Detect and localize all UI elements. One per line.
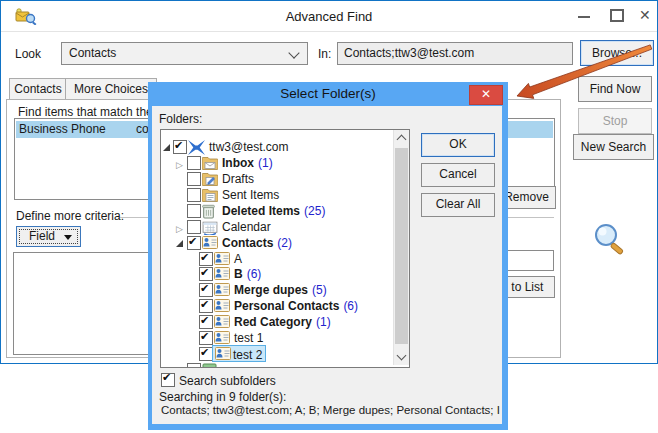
checkmark-icon: ✔: [200, 329, 209, 345]
field-button-label: Field: [29, 229, 55, 243]
cancel-button[interactable]: Cancel: [421, 163, 495, 187]
folder-checkbox[interactable]: ✔: [199, 283, 213, 297]
folder-checkbox[interactable]: [187, 156, 201, 170]
folder-checkbox[interactable]: ✔: [199, 299, 213, 313]
scrollbar[interactable]: [393, 130, 409, 365]
tree-item-inbox[interactable]: ▷Inbox(1): [161, 155, 393, 171]
folder-label: Contacts(2): [222, 235, 292, 251]
magnifier-icon: [591, 223, 631, 260]
select-folders-dialog: Select Folder(s) ✕ Folders: ✔ttw3@test.c…: [148, 82, 508, 430]
folder-label: Inbox(1): [222, 155, 273, 171]
folder-checkbox[interactable]: ✔: [187, 236, 201, 250]
tree-item-personal-contacts[interactable]: ✔Personal Contacts(6): [161, 298, 393, 314]
unread-count: (6): [343, 299, 358, 313]
tree-item-a[interactable]: ✔A: [161, 251, 393, 267]
maximize-icon: [610, 9, 624, 22]
folder-checkbox[interactable]: [187, 363, 201, 368]
folders-label: Folders:: [159, 112, 202, 126]
tree-item-red-category[interactable]: ✔Red Category(1): [161, 314, 393, 330]
folder-checkbox[interactable]: [187, 220, 201, 234]
checkmark-icon: ✔: [200, 345, 209, 361]
unread-count: (6): [247, 267, 262, 281]
folder-checkbox[interactable]: ✔: [199, 331, 213, 345]
folder-label: Merge dupes(5): [234, 282, 327, 298]
scroll-down-icon[interactable]: [397, 351, 407, 361]
checkmark-icon: ✔: [200, 297, 209, 313]
scrollbar-thumb[interactable]: [395, 148, 408, 344]
close-button[interactable]: ✕: [631, 1, 658, 30]
journal-icon: [202, 363, 217, 368]
clear-all-button[interactable]: Clear All: [421, 193, 495, 217]
folder-checkbox[interactable]: ✔: [199, 315, 213, 329]
folder-label: Red Category(1): [234, 314, 331, 330]
checkmark-icon: ✔: [200, 313, 209, 329]
searching-summary-line2: Contacts; ttw3@test.com; A; B; Merge dup…: [161, 404, 500, 416]
unread-count: (1): [258, 156, 273, 170]
folder-label: Drafts: [222, 171, 254, 187]
tree-item-partial[interactable]: [161, 362, 393, 368]
close-icon: ✕: [639, 7, 651, 23]
folder-checkbox[interactable]: [187, 188, 201, 202]
folder-label: ttw3@test.com: [209, 139, 289, 155]
chevron-down-icon: [288, 47, 299, 58]
stop-button[interactable]: Stop: [578, 108, 652, 134]
checkmark-icon: ✔: [200, 281, 209, 297]
tree-item-ttw3-test-com[interactable]: ✔ttw3@test.com: [161, 139, 393, 155]
look-label: Look: [15, 47, 41, 61]
folder-label: Calendar: [222, 219, 271, 235]
field-button[interactable]: Field: [16, 226, 81, 247]
checkmark-icon: ✔: [200, 265, 209, 281]
tree-item-contacts[interactable]: ✔Contacts(2): [161, 235, 393, 251]
folder-checkbox[interactable]: [187, 204, 201, 218]
unread-count: (2): [277, 236, 292, 250]
look-dropdown[interactable]: Contacts: [61, 42, 308, 65]
tree-item-sent-items[interactable]: Sent Items: [161, 187, 393, 203]
minimize-button[interactable]: [569, 1, 599, 30]
tree-item-merge-dupes[interactable]: ✔Merge dupes(5): [161, 282, 393, 298]
collapse-icon[interactable]: [163, 144, 170, 151]
tree-item-test-1[interactable]: ✔test 1: [161, 330, 393, 346]
dialog-title: Select Folder(s): [148, 86, 508, 101]
folder-label: Sent Items: [222, 187, 279, 203]
dialog-close-icon: ✕: [481, 87, 491, 101]
tree-item-drafts[interactable]: Drafts: [161, 171, 393, 187]
tree-item-b[interactable]: ✔B(6): [161, 266, 393, 282]
in-label: In:: [318, 47, 331, 61]
checkmark-icon: ✔: [200, 250, 209, 266]
search-subfolders-checkbox[interactable]: ✔: [161, 373, 175, 387]
maximize-button[interactable]: [601, 1, 631, 30]
folder-label: A: [234, 251, 242, 267]
folder-checkbox[interactable]: ✔: [173, 140, 187, 154]
titlebar[interactable]: Advanced Find ✕: [1, 1, 657, 32]
folder-label: Personal Contacts(6): [234, 298, 358, 314]
define-more-criteria-label: Define more criteria:: [16, 209, 124, 223]
folder-checkbox[interactable]: ✔: [199, 347, 213, 361]
annotation-arrow-icon: [498, 33, 658, 105]
folder-checkbox[interactable]: [187, 172, 201, 186]
folder-label: test 1: [234, 330, 263, 346]
folder-checkbox[interactable]: ✔: [199, 252, 213, 266]
folder-label: test 2: [233, 348, 262, 362]
collapse-icon[interactable]: [176, 240, 183, 247]
dropdown-arrow-icon: [64, 235, 72, 240]
window-title: Advanced Find: [1, 9, 657, 24]
tree-item-deleted-items[interactable]: Deleted Items(25): [161, 203, 393, 219]
tree-item-calendar[interactable]: ▷Calendar: [161, 219, 393, 235]
folder-tree[interactable]: ✔ttw3@test.com▷Inbox(1)DraftsSent ItemsD…: [160, 129, 410, 368]
unread-count: (1): [316, 315, 331, 329]
ok-button[interactable]: OK: [421, 133, 495, 157]
scroll-up-icon[interactable]: [397, 135, 407, 145]
criteria-condition: co: [136, 122, 149, 136]
look-dropdown-value: Contacts: [69, 46, 116, 60]
checkmark-icon: ✔: [174, 138, 183, 154]
tab-more-choices[interactable]: More Choices: [65, 78, 157, 100]
tree-item-test-2[interactable]: ✔test 2: [161, 346, 393, 362]
tab-contacts[interactable]: Contacts: [9, 78, 67, 100]
dialog-content: Folders: ✔ttw3@test.com▷Inbox(1)DraftsSe…: [152, 106, 502, 424]
criteria-field: Business Phone: [19, 122, 106, 136]
in-field-value: Contacts;ttw3@test.com: [344, 46, 474, 60]
folder-checkbox[interactable]: ✔: [199, 267, 213, 281]
checkmark-icon: ✔: [188, 234, 197, 250]
checkmark-icon: ✔: [162, 371, 171, 384]
new-search-button[interactable]: New Search: [573, 134, 654, 160]
